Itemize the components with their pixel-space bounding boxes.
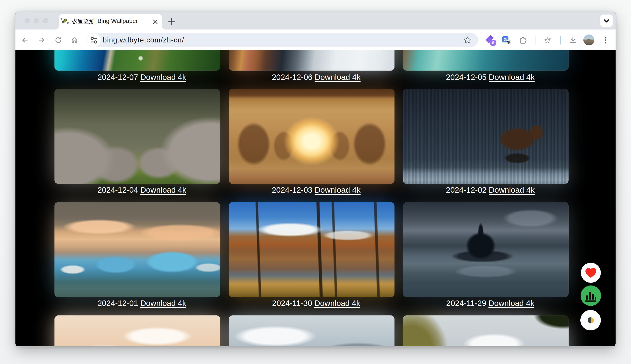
svg-text:G: G	[504, 37, 507, 42]
svg-text:6: 6	[492, 40, 494, 45]
